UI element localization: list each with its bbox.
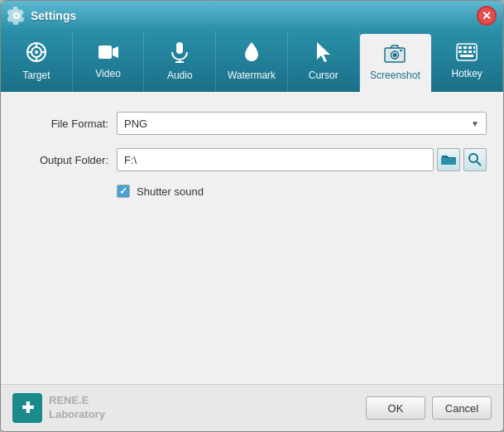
svg-rect-25 xyxy=(460,55,473,57)
logo-text-line1: RENE.E xyxy=(49,394,105,408)
svg-rect-21 xyxy=(468,46,472,49)
tab-cursor-label: Cursor xyxy=(309,70,338,81)
footer: ✚ RENE.E Laboratory OK Cancel xyxy=(1,384,503,431)
hotkey-icon xyxy=(456,43,478,65)
svg-line-30 xyxy=(477,161,481,166)
tab-cursor[interactable]: Cursor xyxy=(288,31,360,92)
svg-rect-22 xyxy=(458,50,462,53)
svg-rect-9 xyxy=(176,42,183,54)
file-format-dropdown[interactable]: PNG ▼ xyxy=(117,112,487,135)
tab-audio[interactable]: Audio xyxy=(144,31,216,92)
title-bar: Settings ✕ xyxy=(1,1,503,31)
output-folder-row: Output Folder: xyxy=(17,148,487,171)
screenshot-icon xyxy=(384,45,406,66)
settings-window: Settings ✕ Target xyxy=(0,0,504,432)
watermark-icon xyxy=(242,41,262,66)
svg-point-29 xyxy=(469,154,478,162)
cancel-button[interactable]: Cancel xyxy=(432,396,492,420)
svg-rect-23 xyxy=(463,50,467,53)
logo-icon: ✚ xyxy=(12,393,42,423)
file-format-control: PNG ▼ xyxy=(117,112,487,135)
dropdown-arrow-icon: ▼ xyxy=(471,119,479,128)
svg-rect-20 xyxy=(463,46,467,49)
cursor-icon xyxy=(314,41,333,66)
shutter-sound-label[interactable]: Shutter sound xyxy=(137,185,204,198)
logo-text: RENE.E Laboratory xyxy=(49,394,105,422)
close-button[interactable]: ✕ xyxy=(477,6,497,26)
gear-icon xyxy=(7,7,26,25)
tab-video[interactable]: Video xyxy=(73,31,145,92)
logo-text-line2: Laboratory xyxy=(49,408,105,422)
ok-button[interactable]: OK xyxy=(366,396,425,420)
svg-rect-19 xyxy=(458,46,462,49)
tab-video-label: Video xyxy=(95,68,120,79)
browse-folder-button[interactable] xyxy=(437,148,460,171)
tab-screenshot-label: Screenshot xyxy=(370,70,420,81)
file-format-label: File Format: xyxy=(17,118,108,130)
file-format-row: File Format: PNG ▼ xyxy=(17,112,487,135)
tab-watermark-label: Watermark xyxy=(228,70,276,81)
tab-watermark[interactable]: Watermark xyxy=(216,31,288,92)
shutter-sound-checkbox[interactable]: ✓ xyxy=(117,185,130,198)
checkbox-check-icon: ✓ xyxy=(119,185,127,197)
svg-point-2 xyxy=(35,50,38,54)
svg-marker-8 xyxy=(113,46,118,58)
svg-rect-28 xyxy=(441,157,456,165)
tab-hotkey-label: Hotkey xyxy=(451,68,482,79)
svg-rect-27 xyxy=(473,50,475,53)
content-area: File Format: PNG ▼ Output Folder: xyxy=(1,92,503,384)
tab-target[interactable]: Target xyxy=(1,31,73,92)
svg-point-16 xyxy=(393,53,397,57)
tab-audio-label: Audio xyxy=(167,70,193,81)
tab-hotkey[interactable]: Hotkey xyxy=(431,31,503,92)
target-icon xyxy=(26,41,47,66)
svg-rect-26 xyxy=(473,46,475,49)
shutter-sound-row: ✓ Shutter sound xyxy=(17,185,487,198)
svg-rect-24 xyxy=(468,50,472,53)
tab-target-label: Target xyxy=(22,70,50,81)
audio-icon xyxy=(170,41,189,66)
search-button[interactable] xyxy=(463,148,487,171)
svg-marker-12 xyxy=(317,42,330,62)
output-folder-input[interactable] xyxy=(117,148,434,171)
window-title: Settings xyxy=(31,9,477,22)
tab-screenshot[interactable]: Screenshot xyxy=(360,34,432,92)
svg-rect-17 xyxy=(400,50,402,51)
output-folder-control xyxy=(117,148,487,171)
video-icon xyxy=(98,43,119,65)
logo-area: ✚ RENE.E Laboratory xyxy=(12,393,359,423)
tab-bar: Target Video Audio xyxy=(1,31,503,92)
svg-rect-7 xyxy=(98,46,112,59)
file-format-value: PNG xyxy=(124,118,147,130)
output-folder-label: Output Folder: xyxy=(17,154,108,166)
